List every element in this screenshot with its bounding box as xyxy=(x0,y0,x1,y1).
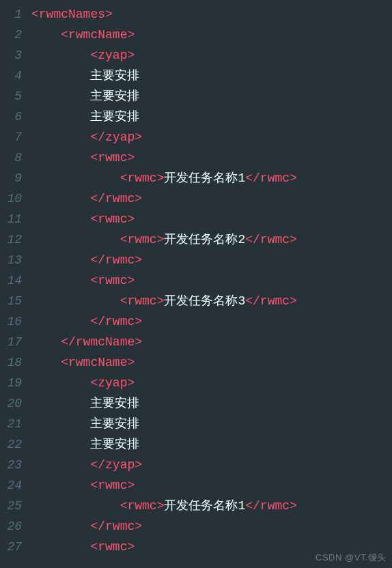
xml-tag: </rwmc> xyxy=(90,253,142,267)
line-number: 17 xyxy=(0,332,22,352)
code-line: <rwmcName> xyxy=(31,25,392,45)
line-number: 9 xyxy=(0,168,22,188)
line-number: 20 xyxy=(0,393,22,414)
code-line: <rwmcNames> xyxy=(31,4,392,25)
code-line: <rwmc>开发任务名称1</rwmc> xyxy=(31,168,392,188)
line-number: 14 xyxy=(0,270,22,291)
xml-tag: <rwmc> xyxy=(120,294,165,308)
xml-tag: </rwmc> xyxy=(90,520,142,533)
line-number-gutter: 1234567891011121314151617181920212223242… xyxy=(0,0,27,568)
code-line: <rwmc> xyxy=(31,209,392,229)
line-number: 21 xyxy=(0,414,22,434)
xml-tag: <rwmc> xyxy=(90,151,135,165)
xml-tag: <rwmc> xyxy=(90,479,135,492)
line-number: 25 xyxy=(0,496,22,516)
xml-tag: <rwmcNames> xyxy=(31,8,113,21)
xml-tag: <rwmc> xyxy=(90,540,135,554)
xml-tag: </rwmc> xyxy=(90,192,142,205)
code-line: <zyap> xyxy=(31,373,392,393)
watermark-text: CSDN @VT.馒头 xyxy=(316,552,387,564)
line-number: 18 xyxy=(0,352,22,373)
code-line: <rwmcName> xyxy=(31,352,392,373)
code-line: </zyap> xyxy=(31,455,392,475)
code-area: <rwmcNames> <rwmcName> <zyap> 主要安排 主要安排 … xyxy=(27,0,392,568)
line-number: 12 xyxy=(0,229,22,250)
xml-text: 开发任务名称2 xyxy=(164,233,245,246)
code-line: 主要安排 xyxy=(31,86,392,106)
xml-tag: <rwmc> xyxy=(120,233,165,246)
line-number: 13 xyxy=(0,250,22,270)
xml-tag: <rwmc> xyxy=(120,171,165,185)
xml-tag: </rwmc> xyxy=(245,233,297,246)
xml-text: 主要安排 xyxy=(90,438,139,451)
line-number: 3 xyxy=(0,45,22,66)
line-number: 16 xyxy=(0,311,22,332)
xml-tag: <rwmcName> xyxy=(61,28,135,42)
xml-tag: <rwmc> xyxy=(90,274,135,287)
xml-tag: </rwmc> xyxy=(245,171,297,185)
xml-tag: </rwmc> xyxy=(245,294,297,308)
code-line: <rwmc>开发任务名称2</rwmc> xyxy=(31,229,392,250)
xml-text: 开发任务名称3 xyxy=(164,294,245,308)
line-number: 8 xyxy=(0,147,22,168)
xml-tag: </rwmc> xyxy=(90,315,142,328)
line-number: 7 xyxy=(0,127,22,147)
code-line: 主要安排 xyxy=(31,106,392,127)
line-number: 19 xyxy=(0,373,22,393)
code-line: </rwmc> xyxy=(31,516,392,537)
code-line: 主要安排 xyxy=(31,434,392,455)
line-number: 11 xyxy=(0,209,22,229)
line-number: 1 xyxy=(0,4,22,25)
line-number: 23 xyxy=(0,455,22,475)
line-number: 15 xyxy=(0,291,22,311)
code-line: <rwmc> xyxy=(31,475,392,496)
code-line: </zyap> xyxy=(31,127,392,147)
code-line: </rwmcName> xyxy=(31,332,392,352)
xml-text: 开发任务名称1 xyxy=(164,499,245,513)
xml-tag: <rwmc> xyxy=(90,212,135,226)
line-number: 27 xyxy=(0,537,22,557)
line-number: 5 xyxy=(0,86,22,106)
line-number: 22 xyxy=(0,434,22,455)
xml-tag: </zyap> xyxy=(90,458,142,472)
xml-tag: <rwmcName> xyxy=(61,356,135,369)
xml-tag: </zyap> xyxy=(90,130,142,144)
code-line: <zyap> xyxy=(31,45,392,66)
line-number: 26 xyxy=(0,516,22,537)
code-line: </rwmc> xyxy=(31,188,392,209)
xml-text: 主要安排 xyxy=(90,89,139,103)
xml-tag: </rwmcName> xyxy=(61,335,142,349)
code-line: </rwmc> xyxy=(31,250,392,270)
xml-tag: </rwmc> xyxy=(245,499,297,513)
code-line: 主要安排 xyxy=(31,393,392,414)
line-number: 24 xyxy=(0,475,22,496)
line-number: 6 xyxy=(0,106,22,127)
xml-text: 主要安排 xyxy=(90,69,139,83)
code-line: <rwmc>开发任务名称3</rwmc> xyxy=(31,291,392,311)
xml-tag: <zyap> xyxy=(90,48,135,62)
line-number: 10 xyxy=(0,188,22,209)
code-line: <rwmc>开发任务名称1</rwmc> xyxy=(31,496,392,516)
xml-text: 主要安排 xyxy=(90,417,139,431)
line-number: 4 xyxy=(0,66,22,86)
code-line: <rwmc> xyxy=(31,147,392,168)
code-line: <rwmc> xyxy=(31,270,392,291)
xml-tag: <rwmc> xyxy=(120,499,165,513)
xml-text: 主要安排 xyxy=(90,397,139,410)
line-number: 2 xyxy=(0,25,22,45)
xml-text: 主要安排 xyxy=(90,110,139,124)
code-line: </rwmc> xyxy=(31,311,392,332)
xml-text: 开发任务名称1 xyxy=(164,171,245,185)
code-line: 主要安排 xyxy=(31,414,392,434)
xml-tag: <zyap> xyxy=(90,376,135,390)
code-line: 主要安排 xyxy=(31,66,392,86)
code-editor: 1234567891011121314151617181920212223242… xyxy=(0,0,392,568)
